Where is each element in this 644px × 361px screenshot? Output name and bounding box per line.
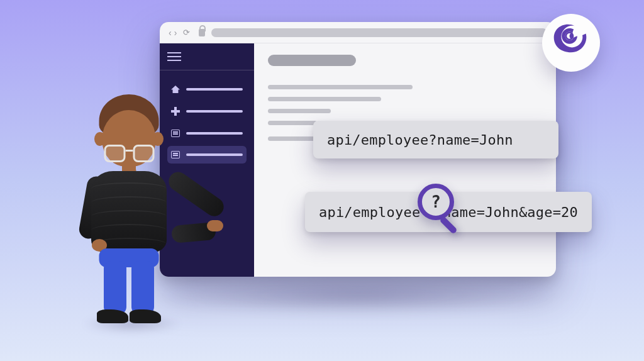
browser-content <box>160 43 556 277</box>
text-placeholder <box>268 109 331 113</box>
sidebar-item-label <box>186 110 243 113</box>
browser-shadow <box>157 277 560 314</box>
magnifier-question-mark: ? <box>431 192 441 211</box>
sidebar-item-label <box>186 153 243 156</box>
api-url-text: api/employee?name=John <box>327 132 513 148</box>
api-url-text-left: api/employee <box>319 204 420 220</box>
glasses-icon <box>104 145 154 162</box>
api-url-text-right: name=John&age=20 <box>443 204 578 220</box>
logo-badge <box>542 14 600 72</box>
api-url-bubble-1: api/employee?name=John <box>313 121 558 158</box>
magnifier-ring: ? <box>418 184 454 220</box>
character-shoe <box>97 309 128 323</box>
sidebar-separator <box>160 70 254 70</box>
magnifier-icon: ? <box>418 184 454 220</box>
nav-arrows: ‹ › <box>169 28 177 38</box>
forward-button[interactable]: › <box>174 28 177 38</box>
character-shoe <box>130 309 161 323</box>
character-leg <box>104 261 126 314</box>
lock-icon <box>199 29 205 36</box>
home-icon <box>171 86 180 93</box>
reload-button[interactable]: ⟳ <box>183 28 190 37</box>
text-placeholder <box>268 121 317 125</box>
main-panel <box>254 43 556 277</box>
back-button[interactable]: ‹ <box>169 28 172 38</box>
hamburger-icon[interactable] <box>167 52 181 53</box>
text-placeholder <box>268 85 413 89</box>
character-leg <box>131 261 154 314</box>
heading-placeholder <box>268 55 356 66</box>
blazor-icon <box>552 22 591 64</box>
browser-titlebar: ‹ › ⟳ <box>160 22 556 43</box>
address-bar[interactable] <box>211 28 547 37</box>
character-hand <box>207 220 223 231</box>
sidebar-item-label <box>186 88 243 91</box>
character-head <box>103 110 156 167</box>
text-placeholder <box>268 97 381 101</box>
sidebar-item-label <box>186 132 243 135</box>
presenter-character <box>69 94 189 327</box>
